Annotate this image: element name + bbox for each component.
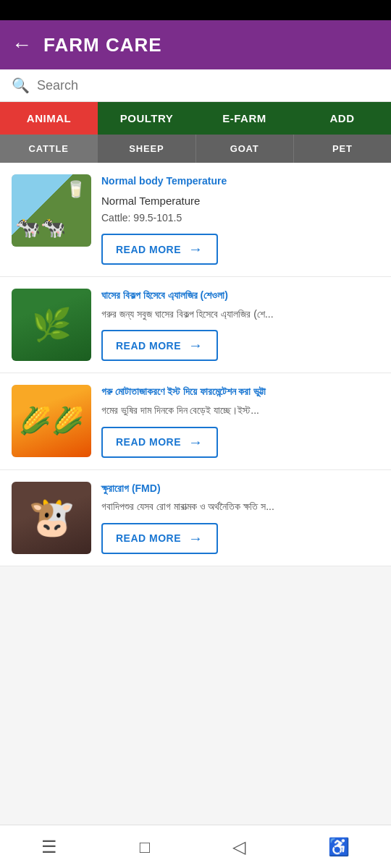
read-more-button-4[interactable]: READ MORE→ — [101, 523, 218, 554]
article-card-4: ক্ষুরারোগ (FMD)গবাদিপশুর যেসব রোগ মারাত্… — [0, 470, 391, 566]
article-thumb-4 — [12, 482, 91, 554]
main-tab-poultry[interactable]: POULTRY — [98, 102, 196, 135]
article-category-3: গরু মোটাতাজাকরণে ইস্ট দিয়ে ফারমেন্টেশন … — [101, 385, 379, 399]
main-tab-e-farm[interactable]: E-FARM — [196, 102, 293, 135]
article-subtitle-1: Cattle: 99.5-101.5 — [101, 211, 379, 226]
read-more-button-1[interactable]: READ MORE→ — [101, 234, 218, 265]
article-body-3: গরু মোটাতাজাকরণে ইস্ট দিয়ে ফারমেন্টেশন … — [101, 385, 379, 457]
search-input[interactable] — [37, 78, 379, 93]
main-tab-add[interactable]: ADD — [293, 102, 391, 135]
article-subtitle-3: গমের ভুষির দাম দিনকে দিন বেড়েই যাচ্ছে।ই… — [101, 404, 379, 418]
article-category-4: ক্ষুরারোগ (FMD) — [101, 482, 379, 496]
read-more-button-3[interactable]: READ MORE→ — [101, 427, 218, 458]
main-tab-animal[interactable]: ANIMAL — [0, 102, 98, 135]
article-subtitle-2: গরুর জন্য সবুজ ঘাসের বিকল্প হিসেবে এ্যাল… — [101, 307, 379, 322]
search-bar: 🔍 — [0, 69, 391, 102]
read-more-label-4: READ MORE — [116, 532, 181, 544]
article-card-1: Normal body TemperatureNormal Temperatur… — [0, 163, 391, 277]
article-title-1: Normal Temperature — [101, 193, 379, 208]
article-body-2: ঘাসের বিকল্প হিসেবে এ্যালজির (শেওলা)গরুর… — [101, 289, 379, 361]
article-category-1: Normal body Temperature — [101, 174, 379, 189]
search-icon: 🔍 — [12, 77, 30, 94]
read-more-label-2: READ MORE — [116, 340, 181, 352]
article-category-2: ঘাসের বিকল্প হিসেবে এ্যালজির (শেওলা) — [101, 289, 379, 303]
accessibility-icon[interactable]: ♿ — [328, 837, 350, 857]
read-more-arrow-3: → — [188, 434, 203, 451]
article-thumb-3 — [12, 385, 91, 457]
article-subtitle-4: গবাদিপশুর যেসব রোগ মারাত্মক ও অর্থনৈতিক … — [101, 500, 379, 514]
read-more-arrow-1: → — [188, 241, 203, 258]
read-more-arrow-4: → — [188, 530, 203, 547]
article-thumb-2 — [12, 289, 91, 361]
article-thumb-1 — [12, 174, 91, 247]
bottom-nav: ☰ □ ◁ ♿ — [0, 825, 391, 868]
read-more-label-1: READ MORE — [116, 244, 181, 255]
sub-tab-goat[interactable]: GOAT — [196, 135, 294, 163]
home-icon[interactable]: □ — [140, 837, 151, 857]
sub-tab-pet[interactable]: PET — [294, 135, 391, 163]
app-title: FARM CARE — [43, 34, 162, 56]
article-body-1: Normal body TemperatureNormal Temperatur… — [101, 174, 379, 265]
article-list: Normal body TemperatureNormal Temperatur… — [0, 163, 391, 566]
sub-tab-cattle[interactable]: CATTLE — [0, 135, 98, 163]
read-more-button-2[interactable]: READ MORE→ — [101, 330, 218, 361]
sub-tab-bar: CATTLESHEEPGOATPET — [0, 135, 391, 163]
menu-icon[interactable]: ☰ — [41, 837, 57, 857]
read-more-arrow-2: → — [188, 337, 203, 354]
header: ← FARM CARE — [0, 20, 391, 69]
article-card-2: ঘাসের বিকল্প হিসেবে এ্যালজির (শেওলা)গরুর… — [0, 277, 391, 373]
main-tab-bar: ANIMALPOULTRYE-FARMADD — [0, 102, 391, 135]
sub-tab-sheep[interactable]: SHEEP — [98, 135, 196, 163]
back-button[interactable]: ← — [12, 35, 32, 55]
article-card-3: গরু মোটাতাজাকরণে ইস্ট দিয়ে ফারমেন্টেশন … — [0, 373, 391, 469]
read-more-label-3: READ MORE — [116, 436, 181, 448]
back-nav-icon[interactable]: ◁ — [232, 837, 245, 857]
article-body-4: ক্ষুরারোগ (FMD)গবাদিপশুর যেসব রোগ মারাত্… — [101, 482, 379, 554]
status-bar — [0, 0, 391, 20]
